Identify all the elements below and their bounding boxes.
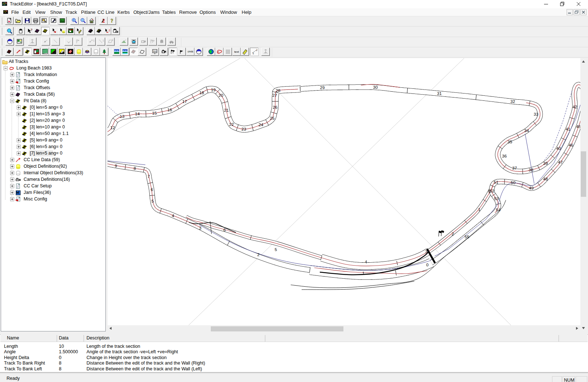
svg-text:?: ? <box>110 18 113 24</box>
svg-text:33: 33 <box>534 112 539 116</box>
svg-text:6: 6 <box>151 187 153 192</box>
svg-text:1: 1 <box>102 39 104 42</box>
svg-text:55: 55 <box>465 235 470 239</box>
svg-text:1: 1 <box>478 207 480 212</box>
svg-text:18: 18 <box>200 91 204 95</box>
svg-text:42: 42 <box>573 105 577 109</box>
svg-text:53: 53 <box>494 196 499 201</box>
svg-text:46: 46 <box>569 143 573 147</box>
svg-text:39: 39 <box>543 161 548 166</box>
svg-text:30: 30 <box>373 85 378 89</box>
svg-text:25: 25 <box>270 116 275 120</box>
svg-text:3: 3 <box>199 226 201 230</box>
svg-text:2: 2 <box>109 29 110 32</box>
svg-text:cmds: cmds <box>188 50 193 53</box>
svg-text:1: 1 <box>112 39 113 41</box>
svg-text:2: 2 <box>452 232 454 236</box>
svg-text:40: 40 <box>556 146 561 151</box>
svg-text:23: 23 <box>242 127 246 131</box>
svg-text:45: 45 <box>576 124 580 129</box>
svg-text:13: 13 <box>120 114 125 119</box>
svg-text:36: 36 <box>502 154 507 158</box>
svg-text:50: 50 <box>511 180 516 185</box>
svg-text:4: 4 <box>365 260 367 264</box>
svg-text:2: 2 <box>257 252 259 257</box>
svg-text:?: ? <box>31 28 32 32</box>
svg-text:21: 21 <box>224 108 229 112</box>
svg-text:31: 31 <box>437 91 442 96</box>
svg-text:28: 28 <box>276 88 281 93</box>
svg-text:37: 37 <box>512 166 517 170</box>
svg-text:32: 32 <box>511 99 515 104</box>
svg-text:300: 300 <box>153 50 157 52</box>
svg-text:5: 5 <box>152 199 154 203</box>
svg-text:7: 7 <box>148 174 150 179</box>
svg-text:35: 35 <box>508 140 512 144</box>
svg-text:9: 9 <box>115 164 117 168</box>
svg-text:1: 1 <box>93 39 94 42</box>
svg-text:29: 29 <box>320 85 325 90</box>
svg-text:27: 27 <box>273 93 277 98</box>
svg-text:12: 12 <box>110 126 115 130</box>
svg-text:48: 48 <box>543 177 548 181</box>
svg-text:19: 19 <box>211 88 216 92</box>
svg-text:38: 38 <box>529 168 533 172</box>
svg-text:15: 15 <box>152 111 157 115</box>
svg-text:4: 4 <box>172 214 174 218</box>
svg-text:34: 34 <box>524 128 529 133</box>
svg-text:14: 14 <box>135 112 140 116</box>
svg-text:26: 26 <box>273 105 278 110</box>
svg-text:2: 2 <box>256 49 257 51</box>
svg-text:0: 0 <box>488 189 491 194</box>
svg-text:54: 54 <box>496 208 501 212</box>
svg-text:22: 22 <box>229 122 234 127</box>
svg-text:41: 41 <box>566 127 571 131</box>
svg-text:17: 17 <box>182 99 187 104</box>
svg-text:1: 1 <box>362 271 365 275</box>
svg-text:16: 16 <box>168 108 172 112</box>
svg-text:1: 1 <box>253 52 254 55</box>
svg-text:24: 24 <box>259 123 263 127</box>
svg-text:5: 5 <box>275 247 277 252</box>
svg-text:0: 0 <box>426 263 428 267</box>
svg-text:47: 47 <box>558 160 563 164</box>
svg-text:49: 49 <box>529 186 534 190</box>
svg-text:51: 51 <box>494 180 499 184</box>
svg-text:text: text <box>234 50 239 53</box>
svg-text:3: 3 <box>425 250 427 254</box>
svg-text:20: 20 <box>219 93 223 98</box>
svg-text:6: 6 <box>223 228 226 232</box>
svg-text:8: 8 <box>134 166 136 171</box>
